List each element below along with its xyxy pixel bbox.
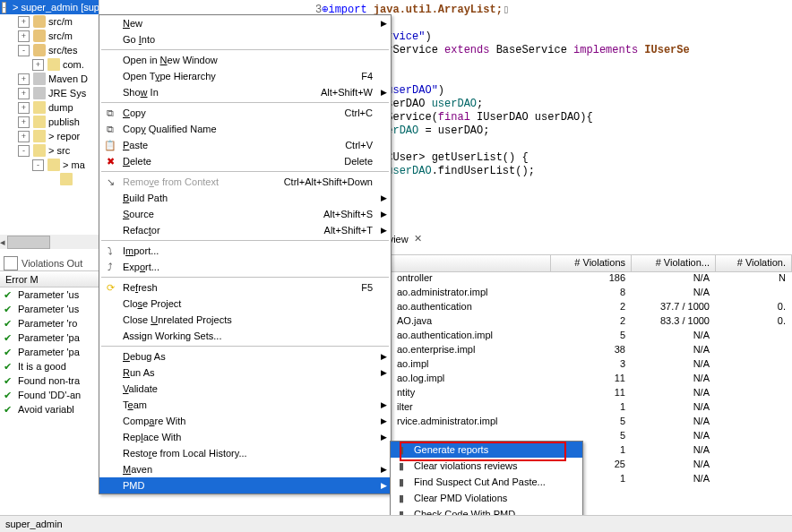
menu-item[interactable]: New▶ <box>99 15 391 31</box>
violation-row[interactable]: ilter1N/A <box>392 401 792 416</box>
menu-item[interactable]: Assign Working Sets... <box>99 328 391 344</box>
check-icon: ✔ <box>2 347 13 357</box>
violation-row[interactable]: ntity11N/A <box>392 387 792 401</box>
menu-item[interactable]: 📋PasteCtrl+V <box>99 137 391 153</box>
menu-item[interactable]: ⤴Export... <box>99 259 391 275</box>
violation-row[interactable]: ao.authentication.impl5N/A <box>392 330 792 344</box>
expander-icon[interactable]: - <box>32 159 44 171</box>
menu-item[interactable]: ▮Clear PMD Violations <box>391 490 582 506</box>
problem-text: Found non-tra <box>18 375 80 386</box>
tree-hscroll[interactable]: ◂ <box>0 235 99 249</box>
expander-icon[interactable]: + <box>18 131 30 142</box>
menu-item[interactable]: Replace With▶ <box>99 429 391 445</box>
menu-item-label: Open Type Hierarchy <box>123 71 374 82</box>
cell-element: AO.java <box>392 315 551 330</box>
tree-node[interactable] <box>0 172 99 186</box>
menu-item-label: Clear violations reviews <box>414 460 566 471</box>
pmd-submenu[interactable]: ▮Generate reports▮Clear violations revie… <box>390 441 583 523</box>
col-element[interactable] <box>392 255 551 271</box>
menu-item-icon: 📋 <box>103 138 117 152</box>
violation-row[interactable]: ontroller186N/AN <box>392 272 792 287</box>
expander-icon[interactable]: + <box>18 16 30 28</box>
tree-node[interactable]: +Maven D <box>0 72 99 86</box>
menu-separator <box>101 49 389 50</box>
expander-icon[interactable]: - <box>18 145 30 157</box>
violation-row[interactable]: ao.log.impl11N/A <box>392 373 792 387</box>
violations-thead[interactable]: # Violations # Violation... # Violation. <box>392 255 792 272</box>
menu-item-icon: ⧉ <box>103 122 117 136</box>
tree-node[interactable]: +src/m <box>0 14 99 29</box>
menu-item[interactable]: Maven▶ <box>99 461 391 477</box>
menu-item[interactable]: Show InAlt+Shift+W▶ <box>99 84 391 100</box>
tree-node[interactable]: +src/m <box>0 29 99 43</box>
menu-item[interactable]: Open Type HierarchyF4 <box>99 68 391 84</box>
menu-item[interactable]: RefactorAlt+Shift+T▶ <box>99 222 391 238</box>
violation-row[interactable]: ao.impl3N/A <box>392 358 792 373</box>
col-violation3[interactable]: # Violation. <box>716 255 792 271</box>
menu-item-label: Import... <box>123 245 374 256</box>
tree-node[interactable]: +com. <box>0 57 99 72</box>
menu-item[interactable]: ✖DeleteDelete <box>99 153 391 169</box>
menu-item-icon: ▮ <box>394 475 409 489</box>
expander-icon[interactable]: + <box>18 102 30 114</box>
menu-separator <box>101 171 389 172</box>
violation-row[interactable]: ao.enterprise.impl38N/A <box>392 344 792 358</box>
tree-node[interactable]: +dump <box>0 100 99 115</box>
menu-item[interactable]: Close Project <box>99 296 391 312</box>
tree-node[interactable]: -> ma <box>0 158 99 172</box>
menu-item[interactable]: Close Unrelated Projects <box>99 312 391 328</box>
cell-v3 <box>716 330 792 344</box>
menu-item[interactable]: Build Path▶ <box>99 190 391 206</box>
col-violation2[interactable]: # Violation... <box>632 255 716 271</box>
context-menu[interactable]: New▶Go IntoOpen in New WindowOpen Type H… <box>99 14 392 494</box>
menu-item[interactable]: Run As▶ <box>99 365 391 381</box>
menu-item[interactable]: ▮Find Suspect Cut And Paste... <box>391 474 582 490</box>
menu-item[interactable]: ⧉Copy Qualified Name <box>99 121 391 137</box>
tree-node[interactable]: -src/tes <box>0 43 99 57</box>
menu-item[interactable]: Debug As▶ <box>99 348 391 365</box>
cell-violations: 3 <box>551 358 632 373</box>
expander-icon[interactable]: + <box>18 73 30 85</box>
violation-row[interactable]: rvice.administrator.impl5N/A <box>392 416 792 430</box>
menu-item[interactable]: Validate <box>99 381 391 397</box>
col-violations[interactable]: # Violations <box>551 255 632 271</box>
menu-item[interactable]: Team▶ <box>99 397 391 413</box>
node-icon <box>33 144 46 157</box>
menu-item[interactable]: PMD▶ <box>99 477 391 493</box>
cell-element: ntity <box>392 387 551 401</box>
menu-item-label: Copy <box>123 107 374 118</box>
menu-item[interactable]: ⟳RefreshF5 <box>99 279 391 296</box>
tree-node[interactable]: +publish <box>0 115 99 129</box>
menu-item[interactable]: Open in New Window <box>99 52 391 68</box>
menu-item[interactable]: ▮Clear violations reviews <box>391 458 582 474</box>
expander-icon[interactable]: + <box>18 88 30 99</box>
package-explorer: - > super_admin [superadmin master]+src/… <box>0 0 99 251</box>
menu-item-label: Restore from Local History... <box>123 448 374 459</box>
project-node[interactable]: - > super_admin [superadmin master] <box>0 0 99 14</box>
violation-row[interactable]: ao.authentication237.7 / 10000. <box>392 301 792 315</box>
violation-row[interactable]: ao.administrator.impl8N/A <box>392 287 792 301</box>
tree-node[interactable]: +JRE Sys <box>0 86 99 100</box>
violation-row[interactable]: AO.java283.3 / 10000. <box>392 315 792 330</box>
menu-item[interactable]: ▮Generate reports <box>391 442 582 458</box>
menu-item[interactable]: ⧉CopyCtrl+C <box>99 105 391 121</box>
node-icon <box>33 101 46 114</box>
menu-item[interactable]: SourceAlt+Shift+S▶ <box>99 206 391 222</box>
cell-violations: 11 <box>551 373 632 387</box>
tree-node[interactable]: +> repor <box>0 129 99 143</box>
tree-node[interactable]: -> src <box>0 143 99 158</box>
menu-item[interactable]: Compare With▶ <box>99 413 391 429</box>
menu-item[interactable]: Go Into <box>99 31 391 47</box>
expander-icon[interactable]: - <box>18 45 30 56</box>
submenu-arrow-icon: ▶ <box>381 481 387 490</box>
menu-item-label: Paste <box>123 140 374 150</box>
menu-item[interactable]: ⤵Import... <box>99 243 391 259</box>
expander-icon[interactable]: + <box>32 59 44 71</box>
menu-item[interactable]: Restore from Local History... <box>99 445 391 461</box>
expander-icon[interactable]: + <box>18 30 30 42</box>
close-icon[interactable]: ✕ <box>414 233 422 245</box>
expander-icon[interactable]: + <box>18 116 30 128</box>
menu-item-accelerator: Ctrl+V <box>345 140 373 150</box>
collapse-icon[interactable]: - <box>2 2 6 13</box>
cell-v2: N/A <box>632 459 716 473</box>
